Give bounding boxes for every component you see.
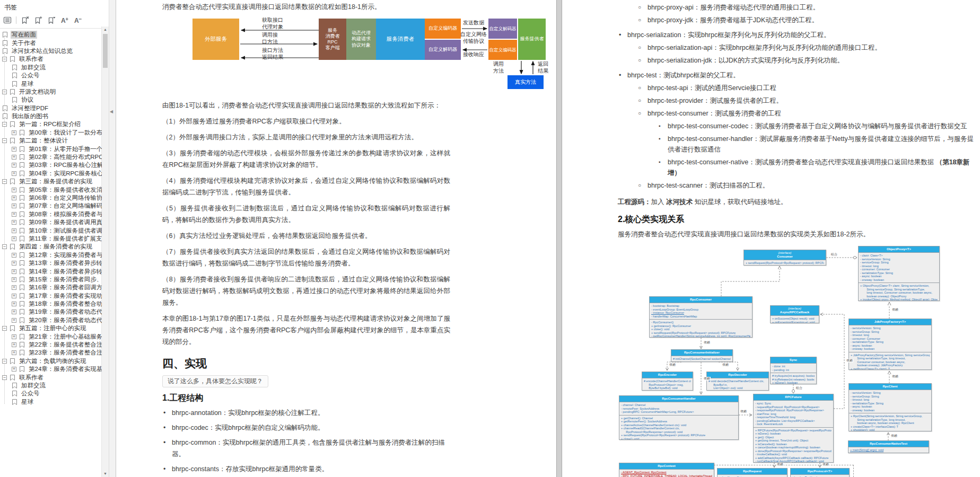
bookmark-item[interactable]: +第10章：测试服务提供者调用真 [0, 226, 102, 234]
font-decrease-icon[interactable]: A [73, 15, 83, 25]
expand-icon[interactable]: + [12, 277, 16, 282]
bookmark-item[interactable]: 写在前面 [0, 31, 102, 39]
bookmark-item[interactable]: 公众号 [0, 390, 102, 398]
bookmark-item[interactable]: −第六篇：负载均衡的实现 [0, 357, 102, 365]
bookmark-item[interactable]: +第15章：服务消费者同步、异步 [0, 276, 102, 284]
bookmark-item[interactable]: 公众号 [0, 72, 102, 80]
add-bookmark-icon[interactable] [33, 15, 43, 25]
collapse-icon[interactable]: − [2, 138, 7, 143]
collapse-icon[interactable]: − [2, 57, 7, 61]
bookmark-item[interactable]: +第24章：服务消费者实现基于随 [0, 365, 102, 373]
bookmark-item[interactable]: −第四篇：服务消费者的实现 [0, 243, 102, 251]
bookmark-item[interactable]: +第17章：服务消费者实现动态代 [0, 292, 102, 300]
bookmark-item[interactable]: −第三篇：服务提供者的实现 [0, 178, 102, 186]
panel-splitter[interactable]: ◀ [109, 0, 116, 477]
bookmark-item[interactable]: +第18章：服务消费者整合动态代 [0, 300, 102, 308]
expand-icon[interactable]: + [12, 285, 16, 290]
scroll-down-icon[interactable]: ▼ [102, 471, 109, 477]
bookmark-item[interactable]: +第19章：服务消费者动态代理实 [0, 308, 102, 316]
bookmark-options-icon[interactable] [47, 15, 56, 25]
expand-icon[interactable]: + [12, 155, 16, 160]
uml-methods: # void decode(ChannelHandlerContext ctx,… [707, 378, 768, 391]
list-item: bhrpc-test-consumer-codec：测试服务消费者基于自定义网络… [618, 121, 980, 131]
expand-icon[interactable]: + [12, 334, 16, 339]
bookmark-item[interactable]: +第01章：从零开始手撸一个能 [0, 145, 102, 153]
expand-icon[interactable]: + [12, 212, 16, 217]
expand-icon[interactable]: + [12, 236, 16, 241]
bookmark-item[interactable]: +第11章：服务提供者扩展支持C [0, 235, 102, 243]
collapse-icon[interactable]: − [2, 179, 7, 184]
expand-icon[interactable]: + [12, 163, 16, 167]
bookmark-item[interactable]: 冰河整理PDF [0, 104, 102, 112]
bookmark-panel-icon[interactable] [3, 15, 12, 25]
bookmark-item[interactable]: +第00章：我设计了一款分布式 [0, 129, 102, 137]
bookmark-item[interactable]: +第12章：实现服务消费者与服务 [0, 251, 102, 259]
expand-icon[interactable]: + [12, 253, 16, 258]
expand-icon[interactable]: + [12, 350, 16, 355]
bookmark-item[interactable]: −第一篇：RPC框架介绍 [0, 120, 102, 128]
font-increase-icon[interactable]: A [60, 15, 69, 25]
bookmark-item[interactable]: +第20章：服务消费者动态代理扩 [0, 316, 102, 324]
collapse-icon[interactable]: − [2, 326, 7, 331]
bookmark-item[interactable]: 协议 [0, 96, 102, 104]
expand-icon[interactable]: + [12, 367, 16, 372]
collapse-panel-icon[interactable]: ◀ [110, 109, 113, 114]
bookmark-item[interactable]: +第13章：服务消费者异步转同步 [0, 259, 102, 267]
bookmark-item[interactable]: +第09章：服务提供者调用真实方 [0, 218, 102, 226]
expand-icon[interactable]: + [12, 318, 16, 323]
collapse-icon[interactable]: − [2, 90, 7, 94]
bookmark-item[interactable]: +第02章：高性能分布式RPC框 [0, 153, 102, 161]
expand-icon[interactable]: + [12, 130, 16, 135]
expand-icon[interactable]: + [12, 147, 16, 152]
bookmark-item[interactable]: 星球 [0, 80, 102, 87]
bookmark-item[interactable]: +第07章：自定义网络编解码的实 [0, 202, 102, 210]
expand-icon[interactable]: + [12, 310, 16, 314]
bookmark-item[interactable]: 加群交流 [0, 382, 102, 390]
expand-icon[interactable]: + [12, 204, 16, 208]
expand-icon[interactable]: + [12, 196, 16, 200]
collapse-icon[interactable]: − [2, 359, 7, 364]
bookmark-item[interactable]: 星球 [0, 398, 102, 406]
bookmark-item[interactable]: −第二篇：整体设计 [0, 137, 102, 145]
expand-icon[interactable]: + [12, 261, 16, 266]
scrollbar-thumb[interactable] [103, 34, 108, 68]
bookmark-item[interactable]: +第06章：自定义网络传输协议的 [0, 194, 102, 202]
expand-icon[interactable]: + [12, 342, 16, 347]
expand-icon[interactable]: + [12, 188, 16, 192]
bookmark-item[interactable]: −联系作者 [0, 55, 102, 63]
collapse-icon[interactable]: − [2, 375, 7, 380]
bookmark-item[interactable]: −第五篇：注册中心的实现 [0, 324, 102, 332]
bookmark-item[interactable]: −联系作者 [0, 373, 102, 381]
paragraph: 本章的图18-1与第17章的图17-1类似，只是在外部服务与动态代理构建请求协议… [162, 313, 450, 348]
bookmark-item[interactable]: +第22章：服务提供者整合注册中 [0, 341, 102, 349]
bookmark-item[interactable]: +第04章：实现RPC服务核心注 [0, 170, 102, 178]
collapse-icon[interactable]: − [2, 244, 7, 249]
bookmark-item[interactable]: 我出版的图书 [0, 112, 102, 120]
expand-icon[interactable]: + [12, 171, 16, 176]
bookmark-item[interactable]: +第14章：服务消费者异步转同步 [0, 267, 102, 275]
bookmark-icon [10, 325, 15, 332]
bookmark-item[interactable]: +第03章：RPC服务核心注解的设 [0, 161, 102, 169]
delete-bookmark-icon[interactable] [20, 15, 30, 25]
expand-icon[interactable]: + [12, 269, 16, 274]
bookmark-item[interactable]: 加群交流 [0, 64, 102, 72]
document-viewer[interactable]: 消费者整合动态代理实现直接调用接口返回结果数据的流程如图18-1所示。 外部服务… [116, 0, 980, 477]
expand-icon[interactable]: + [12, 220, 16, 225]
bookmark-item[interactable]: 关于作者 [0, 39, 102, 47]
expand-icon[interactable]: + [12, 294, 16, 298]
uml-relation-label: 依赖 [822, 463, 829, 466]
bookmark-item[interactable]: +第16章：服务消费者回调方法的 [0, 284, 102, 292]
sidebar-scrollbar[interactable]: ▲ ▼ [101, 26, 109, 477]
expand-icon[interactable]: + [12, 228, 16, 233]
bookmark-item[interactable]: −开源文档说明 [0, 88, 102, 96]
scroll-up-icon[interactable]: ▲ [102, 26, 109, 33]
bookmark-icon [12, 64, 18, 71]
expand-icon[interactable]: + [12, 302, 16, 306]
bookmark-item[interactable]: +第21章：注册中心基础服务功能 [0, 332, 102, 340]
note-text: 加入 [651, 198, 666, 206]
bookmark-item[interactable]: +第05章：服务提供者收发消息基 [0, 186, 102, 193]
bookmark-item[interactable]: +第23章：服务消费者整合注册中 [0, 349, 102, 357]
collapse-icon[interactable]: − [2, 122, 7, 127]
bookmark-item[interactable]: 冰河技术站点知识总览 [0, 47, 102, 55]
bookmark-item[interactable]: +第08章：模拟服务消费者与服务 [0, 210, 102, 218]
